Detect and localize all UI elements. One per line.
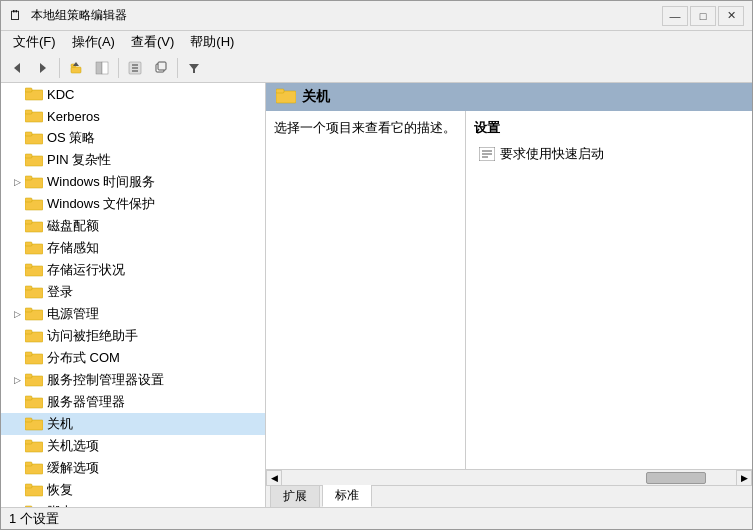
tree-item-distributed-com[interactable]: 分布式 COM: [1, 347, 265, 369]
main-window: 🗒 本地组策略编辑器 — □ ✕ 文件(F) 操作(A) 查看(V) 帮助(H): [0, 0, 753, 530]
tree-item-shutdown-options[interactable]: 关机选项: [1, 435, 265, 457]
svg-rect-45: [25, 418, 32, 422]
svg-marker-13: [189, 64, 199, 73]
tree-item-server-mgr[interactable]: 服务器管理器: [1, 391, 265, 413]
tree-label-disk-config: 磁盘配额: [47, 217, 99, 235]
folder-icon-shutdown: [25, 416, 43, 432]
expander-windows-time: ▷: [9, 174, 25, 190]
svg-rect-17: [25, 110, 32, 114]
svg-rect-15: [25, 88, 32, 92]
tree-label-os-policy: OS 策略: [47, 129, 95, 147]
tree-item-kerberos[interactable]: Kerberos: [1, 105, 265, 127]
back-button[interactable]: [5, 56, 29, 80]
hscroll-track[interactable]: [282, 470, 736, 485]
folder-icon-distributed-com: [25, 350, 43, 366]
svg-rect-39: [25, 352, 32, 356]
uplevel-button[interactable]: [64, 56, 88, 80]
menu-help[interactable]: 帮助(H): [182, 31, 242, 53]
expander-disk-config: [9, 218, 25, 234]
expander-os-policy: [9, 130, 25, 146]
tree-item-disk-config[interactable]: 磁盘配额: [1, 215, 265, 237]
right-panel-title: 关机: [302, 88, 330, 106]
svg-rect-23: [25, 176, 32, 180]
menu-view[interactable]: 查看(V): [123, 31, 182, 53]
svg-rect-43: [25, 396, 32, 400]
right-header-folder-icon: [276, 87, 296, 108]
svg-rect-19: [25, 132, 32, 136]
hscroll-thumb[interactable]: [646, 472, 706, 484]
tree-item-power-mgmt[interactable]: ▷ 电源管理: [1, 303, 265, 325]
show-hide-button[interactable]: [90, 56, 114, 80]
tab-expand[interactable]: 扩展: [270, 485, 320, 507]
tree-item-login[interactable]: 登录: [1, 281, 265, 303]
folder-icon-recovery: [25, 482, 43, 498]
sync-button[interactable]: [123, 56, 147, 80]
expander-shutdown: [9, 416, 25, 432]
folder-icon-kerberos: [25, 108, 43, 124]
tree-label-pin: PIN 复杂性: [47, 151, 111, 169]
close-button[interactable]: ✕: [718, 6, 744, 26]
description-pane: 选择一个项目来查看它的描述。: [266, 111, 466, 469]
expander-kdc: [9, 86, 25, 102]
menu-action[interactable]: 操作(A): [64, 31, 123, 53]
folder-icon-storage-aware: [25, 240, 43, 256]
svg-rect-25: [25, 198, 32, 202]
svg-rect-49: [25, 462, 32, 466]
svg-rect-6: [102, 62, 108, 74]
tab-bar: 扩展 标准: [266, 485, 752, 507]
folder-icon-pin: [25, 152, 43, 168]
tree-label-kerberos: Kerberos: [47, 109, 100, 124]
folder-icon-kdc: [25, 86, 43, 102]
tree-label-windows-file: Windows 文件保护: [47, 195, 155, 213]
tree-item-access-deny[interactable]: 访问被拒绝助手: [1, 325, 265, 347]
maximize-button[interactable]: □: [690, 6, 716, 26]
settings-item-fast-startup[interactable]: 要求使用快速启动: [474, 143, 744, 165]
svg-rect-35: [25, 308, 32, 312]
tree-item-storage-status[interactable]: 存储运行状况: [1, 259, 265, 281]
tree-item-service-control[interactable]: ▷ 服务控制管理器设置: [1, 369, 265, 391]
svg-rect-41: [25, 374, 32, 378]
tree-label-storage-aware: 存储感知: [47, 239, 99, 257]
expander-shutdown-options: [9, 438, 25, 454]
window-title: 本地组策略编辑器: [31, 7, 662, 24]
expander-storage-aware: [9, 240, 25, 256]
statusbar: 1 个设置: [1, 507, 752, 529]
svg-marker-1: [40, 63, 46, 73]
hscroll-left-button[interactable]: ◀: [266, 470, 282, 486]
expander-service-control: ▷: [9, 372, 25, 388]
folder-icon-shutdown-options: [25, 438, 43, 454]
settings-item-icon-fast-startup: [478, 146, 496, 162]
horizontal-scrollbar[interactable]: ◀ ▶: [266, 469, 752, 485]
menu-file[interactable]: 文件(F): [5, 31, 64, 53]
tree-item-recovery[interactable]: 恢复: [1, 479, 265, 501]
svg-rect-12: [158, 62, 166, 70]
folder-icon-windows-time: [25, 174, 43, 190]
tree-item-pin[interactable]: PIN 复杂性: [1, 149, 265, 171]
expander-power-mgmt: ▷: [9, 306, 25, 322]
new-window-button[interactable]: [149, 56, 173, 80]
hscroll-right-button[interactable]: ▶: [736, 470, 752, 486]
tree-item-os-policy[interactable]: OS 策略: [1, 127, 265, 149]
tree-label-shutdown: 关机: [47, 415, 73, 433]
tree-item-windows-file[interactable]: Windows 文件保护: [1, 193, 265, 215]
folder-icon-login: [25, 284, 43, 300]
folder-icon-os-policy: [25, 130, 43, 146]
forward-button[interactable]: [31, 56, 55, 80]
filter-button[interactable]: [182, 56, 206, 80]
titlebar: 🗒 本地组策略编辑器 — □ ✕: [1, 1, 752, 31]
expander-access-deny: [9, 328, 25, 344]
minimize-button[interactable]: —: [662, 6, 688, 26]
expander-recovery: [9, 482, 25, 498]
tab-standard[interactable]: 标准: [322, 484, 372, 507]
menubar: 文件(F) 操作(A) 查看(V) 帮助(H): [1, 31, 752, 53]
tree-item-slow-start[interactable]: 缓解选项: [1, 457, 265, 479]
folder-icon-access-deny: [25, 328, 43, 344]
folder-icon-power-mgmt: [25, 306, 43, 322]
svg-rect-47: [25, 440, 32, 444]
tree-item-shutdown[interactable]: 关机: [1, 413, 265, 435]
tree-item-kdc[interactable]: KDC: [1, 83, 265, 105]
svg-rect-29: [25, 242, 32, 246]
svg-rect-33: [25, 286, 32, 290]
tree-item-windows-time[interactable]: ▷ Windows 时间服务: [1, 171, 265, 193]
tree-item-storage-aware[interactable]: 存储感知: [1, 237, 265, 259]
